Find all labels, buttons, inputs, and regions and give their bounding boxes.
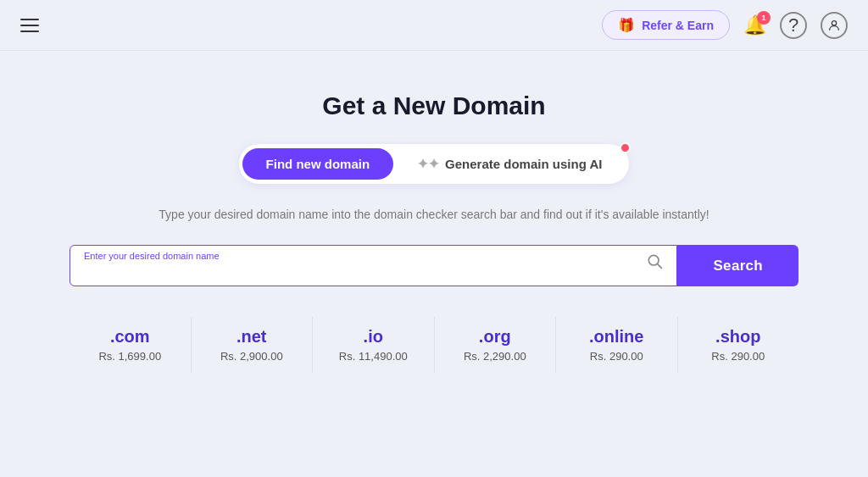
user-icon[interactable]	[821, 12, 848, 39]
notification-badge: 1	[757, 11, 771, 25]
domain-list: .comRs. 1,699.00.netRs. 2,900.00.ioRs. 1…	[70, 317, 798, 373]
help-icon[interactable]: ?	[780, 12, 807, 39]
search-input-wrapper: Enter your desired domain name	[70, 245, 677, 286]
domain-extension: .online	[589, 327, 643, 347]
ai-tab-dot	[620, 142, 631, 153]
domain-extension: .net	[236, 327, 267, 347]
main-content: Get a New Domain Find new domain ✦✦ Gene…	[0, 51, 868, 373]
domain-extension: .org	[479, 327, 511, 347]
tab-toggle: Find new domain ✦✦ Generate domain using…	[239, 144, 630, 184]
domain-item[interactable]: .onlineRs. 290.00	[556, 317, 678, 373]
header: 🎁 Refer & Earn 🔔 1 ?	[0, 0, 868, 51]
notifications-bell[interactable]: 🔔 1	[743, 14, 766, 36]
page-title: Get a New Domain	[322, 92, 545, 120]
domain-item[interactable]: .comRs. 1,699.00	[70, 317, 192, 373]
refer-earn-button[interactable]: 🎁 Refer & Earn	[602, 10, 730, 40]
svg-point-0	[832, 20, 836, 25]
ai-stars-icon: ✦✦	[417, 156, 439, 172]
gift-icon: 🎁	[618, 17, 635, 33]
domain-price: Rs. 290.00	[711, 350, 765, 363]
search-area: Enter your desired domain name Search	[70, 245, 798, 286]
header-left	[20, 19, 39, 32]
domain-extension: .io	[364, 327, 383, 347]
domain-price: Rs. 290.00	[590, 350, 643, 363]
search-button[interactable]: Search	[677, 245, 798, 286]
subtitle: Type your desired domain name into the d…	[159, 208, 709, 221]
domain-price: Rs. 1,699.00	[98, 350, 161, 363]
search-input[interactable]	[84, 263, 632, 277]
tab-find-domain[interactable]: Find new domain	[242, 148, 394, 180]
domain-item[interactable]: .orgRs. 2,290.00	[435, 317, 557, 373]
search-magnifier-icon	[646, 252, 663, 274]
header-right: 🎁 Refer & Earn 🔔 1 ?	[602, 10, 848, 40]
search-label: Enter your desired domain name	[84, 251, 663, 261]
domain-extension: .com	[110, 327, 150, 347]
domain-item[interactable]: .netRs. 2,900.00	[192, 317, 314, 373]
menu-icon[interactable]	[20, 19, 39, 32]
svg-point-1	[649, 255, 659, 265]
svg-line-2	[659, 264, 662, 268]
domain-price: Rs. 11,490.00	[339, 350, 408, 363]
domain-price: Rs. 2,900.00	[220, 350, 283, 363]
domain-extension: .shop	[715, 327, 760, 347]
domain-item[interactable]: .ioRs. 11,490.00	[313, 317, 435, 373]
tab-ai-label: Generate domain using AI	[445, 157, 602, 171]
refer-earn-label: Refer & Earn	[642, 19, 714, 32]
domain-item[interactable]: .shopRs. 290.00	[678, 317, 799, 373]
domain-price: Rs. 2,290.00	[464, 350, 526, 363]
tab-generate-ai[interactable]: ✦✦ Generate domain using AI	[393, 147, 626, 180]
